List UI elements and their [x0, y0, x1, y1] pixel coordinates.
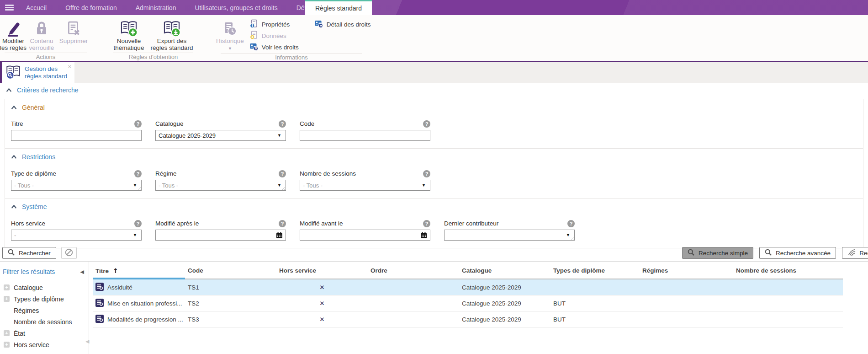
type-diplome-select[interactable]: - Tous - ▼	[11, 180, 142, 191]
nav-item-accueil[interactable]: Accueil	[20, 0, 53, 15]
search-criteria-header[interactable]: Critères de recherche	[6, 86, 79, 94]
section-general-header[interactable]: Général	[5, 99, 863, 111]
nav-item-utilisateurs-groupes-droits[interactable]: Utilisateurs, groupes et droits	[188, 0, 284, 15]
hors-service-cross-icon: ✕	[276, 316, 368, 323]
cell-catalogue: Catalogue 2025-2029	[459, 316, 550, 323]
help-icon[interactable]: ?	[423, 170, 430, 177]
regime-select[interactable]: - Tous - ▼	[155, 180, 286, 191]
column-header-regimes[interactable]: Régimes	[640, 267, 733, 274]
expand-plus-icon[interactable]: +	[4, 284, 10, 290]
solr-search-button[interactable]: Recherche Solr	[842, 247, 868, 259]
calendar-icon[interactable]	[276, 232, 283, 239]
column-header-code[interactable]: Code	[185, 267, 276, 274]
history-dropdown-icon: ▼	[228, 46, 232, 51]
tab-gestion-regles-standard[interactable]: Gestion des règles standard ×	[0, 62, 74, 83]
help-icon[interactable]: ?	[134, 170, 142, 177]
nav-item-offre-de-formation[interactable]: Offre de formation	[59, 0, 123, 15]
dropdown-arrow-icon: ▼	[422, 183, 426, 188]
rights-detail-button[interactable]: Détail des droits	[314, 19, 371, 30]
cell-types-de-diplome: BUT	[550, 300, 640, 307]
table-row[interactable]: Assiduité TS1 ✕ Catalogue 2025-2029	[93, 279, 843, 295]
field-code: Code ?	[300, 120, 430, 141]
ribbon-group-label-informations: Informations	[221, 53, 362, 61]
section-systeme-header[interactable]: Système	[5, 198, 863, 210]
top-navigation-bar: Accueil Offre de formation Administratio…	[0, 0, 868, 15]
column-header-catalogue[interactable]: Catalogue	[459, 267, 550, 274]
column-header-nombre-de-sessions[interactable]: Nombre de sessions	[733, 267, 843, 274]
filter-item-types-de-diplome[interactable]: + Types de diplôme	[0, 293, 89, 305]
code-input[interactable]	[300, 130, 430, 141]
expand-plus-icon[interactable]: +	[4, 296, 10, 302]
column-header-hors-service[interactable]: Hors service	[276, 267, 368, 274]
table-row[interactable]: Modalités de progression ... TS3 ✕ Catal…	[93, 311, 843, 327]
resize-grip[interactable]	[137, 186, 141, 190]
section-restrictions-title: Restrictions	[22, 153, 55, 161]
locked-content-label: Contenu verrouillé	[26, 38, 57, 51]
help-icon[interactable]: ?	[279, 170, 286, 177]
filter-item-nombre-de-sessions[interactable]: Nombre de sessions	[0, 316, 89, 327]
view-rights-label: Voir les droits	[262, 44, 299, 51]
column-header-ordre[interactable]: Ordre	[368, 267, 459, 274]
magnifier-icon	[8, 249, 15, 257]
help-icon[interactable]: ?	[423, 220, 430, 227]
help-icon[interactable]: ?	[279, 220, 286, 227]
search-criteria-panel: Général Titre ? Catalogue ? Catalogue 20…	[5, 99, 863, 248]
field-regime: Régime ? - Tous - ▼	[155, 170, 286, 191]
search-button[interactable]: Rechercher	[2, 247, 56, 259]
rights-detail-label: Détail des droits	[327, 21, 371, 28]
filter-item-catalogue[interactable]: + Catalogue	[0, 282, 89, 293]
pencil-icon	[5, 18, 22, 38]
sidebar-splitter-handle[interactable]: ◀	[85, 338, 89, 344]
hamburger-menu-icon[interactable]	[5, 5, 14, 11]
properties-button[interactable]: Propriétés	[249, 19, 299, 30]
cell-code: TS3	[185, 316, 276, 323]
column-header-types-de-diplome[interactable]: Types de diplôme	[550, 267, 640, 274]
help-icon[interactable]: ?	[279, 120, 286, 128]
catalogue-select[interactable]: Catalogue 2025-2029 ▼	[155, 130, 286, 141]
help-icon[interactable]: ?	[423, 120, 430, 128]
simple-search-button[interactable]: Recherche simple	[682, 247, 753, 259]
nav-item-administration[interactable]: Administration	[129, 0, 183, 15]
view-rights-button[interactable]: B Voir les droits	[249, 42, 299, 53]
column-header-titre[interactable]: Titre↑	[93, 267, 185, 274]
export-standard-rules-button[interactable]: Export des règles standard	[149, 17, 195, 51]
hors-service-label: Hors service	[11, 220, 142, 228]
hors-service-select[interactable]: - ▼	[11, 230, 142, 241]
solr-icon	[847, 248, 856, 258]
field-dernier-contributeur: Dernier contributeur ? ▼	[444, 220, 575, 241]
chevron-up-icon	[11, 153, 17, 161]
titre-input[interactable]	[11, 130, 142, 141]
nombre-sessions-select[interactable]: - Tous - ▼	[300, 180, 430, 191]
new-thematic-button[interactable]: Nouvelle thématique	[109, 17, 149, 51]
expand-plus-icon[interactable]: +	[4, 330, 10, 336]
modifie-avant-date-input[interactable]	[300, 230, 430, 241]
document-delete-icon	[65, 18, 82, 38]
advanced-search-button[interactable]: Recherche avancée	[759, 247, 836, 259]
help-icon[interactable]: ?	[567, 220, 575, 227]
modify-rules-button[interactable]: Modifier les règles	[0, 17, 26, 51]
modifie-avant-label: Modifié avant le	[300, 220, 430, 228]
calendar-icon[interactable]	[420, 232, 427, 239]
chevron-up-icon	[6, 86, 12, 94]
filter-item-etat[interactable]: + État	[0, 327, 89, 339]
resize-grip[interactable]	[570, 236, 574, 240]
resize-grip[interactable]	[281, 186, 285, 190]
book-add-icon	[119, 18, 138, 38]
modifie-apres-date-input[interactable]	[155, 230, 286, 241]
collapse-left-icon[interactable]: ◀	[80, 269, 84, 275]
section-restrictions-header[interactable]: Restrictions	[5, 149, 863, 161]
data-label: Données	[262, 32, 286, 39]
dropdown-arrow-icon: ▼	[566, 233, 570, 237]
help-icon[interactable]: ?	[134, 220, 142, 227]
titre-label: Titre	[11, 120, 142, 128]
filter-item-hors-service[interactable]: + Hors service	[0, 339, 89, 350]
rule-document-icon	[95, 283, 104, 292]
dernier-contributeur-select[interactable]: ▼	[444, 230, 575, 241]
close-icon[interactable]: ×	[68, 63, 71, 70]
ribbon-group-informations: Historique ▼ Propriétés Données	[216, 15, 367, 61]
filter-item-regimes[interactable]: Régimes	[0, 305, 89, 316]
help-icon[interactable]: ?	[134, 120, 142, 128]
table-row[interactable]: Mise en situation professi... TS2 ✕ Cata…	[93, 295, 843, 311]
nav-tab-regles-standard[interactable]: Règles standard	[305, 0, 372, 15]
expand-plus-icon[interactable]: +	[4, 342, 10, 348]
